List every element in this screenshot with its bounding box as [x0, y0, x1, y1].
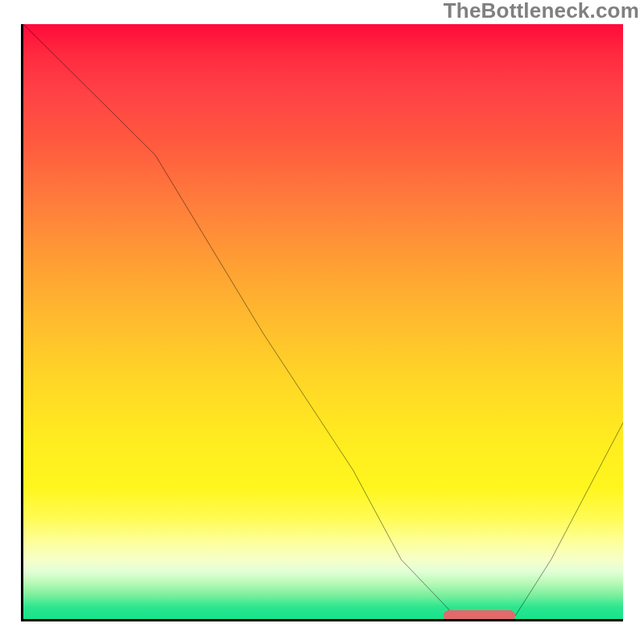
- bottleneck-curve: [23, 24, 623, 619]
- optimal-range-marker: [444, 610, 515, 621]
- chart-plot-area: [21, 24, 623, 621]
- watermark-text: TheBottleneck.com: [444, 0, 639, 23]
